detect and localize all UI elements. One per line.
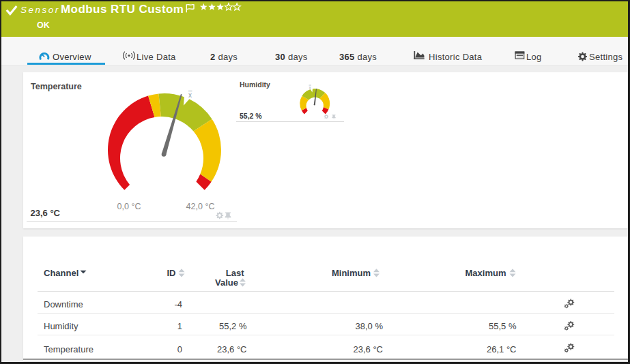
svg-text:x: x [188, 91, 192, 99]
